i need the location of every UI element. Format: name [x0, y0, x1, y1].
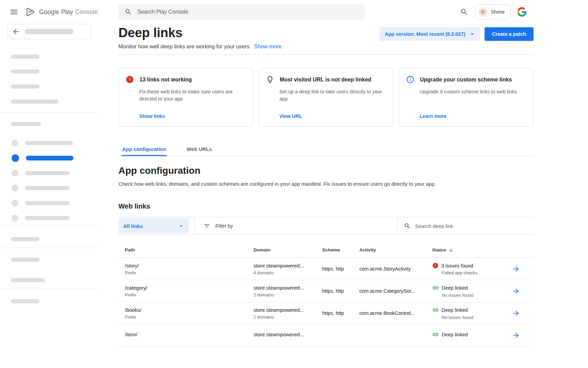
path-value: /story/	[125, 263, 254, 269]
card-upgrade-scheme-links: Upgrade your custom scheme links Upgrade…	[399, 68, 534, 127]
filter-by-button[interactable]: Filter by	[203, 223, 233, 229]
info-icon	[406, 75, 414, 84]
google-account-button[interactable]	[517, 7, 527, 17]
skeleton-bar	[11, 122, 41, 126]
sidebar-item	[0, 211, 99, 226]
table-row[interactable]: /story/ Prefix store.steampowered... 4 d…	[118, 258, 534, 280]
column-status-sort[interactable]: Status	[432, 247, 504, 253]
status-cell: Deep linked	[432, 331, 504, 339]
console-search[interactable]	[118, 4, 365, 20]
status-detail: No issues found	[442, 315, 504, 320]
deep-link-search[interactable]	[397, 217, 534, 234]
shrine-app-icon	[478, 7, 488, 17]
card-title: Most visited URL is not deep linked	[280, 77, 371, 83]
table-header: Path Domain Scheme Activity Status	[118, 242, 534, 258]
domain-value: store.steampowered...	[254, 332, 322, 337]
toolbar-divider	[194, 217, 195, 234]
search-icon	[460, 8, 468, 16]
error-icon	[432, 262, 439, 269]
card-body: Upgrade 9 custom scheme links to web lin…	[420, 88, 526, 95]
column-domain: Domain	[254, 247, 322, 252]
status-cell: 3 issues found Failed app checks	[432, 262, 504, 275]
skeleton-circle	[12, 140, 18, 147]
activity-cell: com.acme.BookControl...	[359, 310, 432, 316]
global-search-button[interactable]	[460, 8, 468, 16]
section-title: App configuration	[118, 165, 534, 176]
sidebar-nav-group-5	[0, 299, 99, 303]
console-search-input[interactable]	[137, 9, 359, 15]
sidebar-nav-group-4	[0, 258, 99, 282]
path-type: Prefix	[125, 292, 254, 297]
domain-cell: store.steampowered... 2 domains	[254, 307, 322, 320]
row-detail-button[interactable]	[512, 332, 520, 339]
sidebar-item-active[interactable]	[0, 151, 99, 166]
arrow-forward-icon	[512, 332, 520, 339]
current-app-chip[interactable]: Shrine	[475, 4, 510, 19]
row-detail-button[interactable]	[512, 309, 520, 317]
sidebar-item	[0, 136, 99, 151]
view-url-link[interactable]: View URL	[279, 113, 386, 119]
tab-app-configuration[interactable]: App configuration	[121, 141, 167, 156]
skeleton-circle	[12, 154, 19, 162]
menu-button[interactable]	[10, 7, 18, 16]
skeleton-circle	[12, 185, 18, 191]
table-row[interactable]: /category/ Prefix store.steampowered... …	[118, 280, 534, 302]
chevron-down-icon	[469, 30, 476, 38]
skeleton-bar	[25, 171, 69, 175]
column-status-label: Status	[432, 247, 446, 252]
create-patch-button[interactable]: Create a patch	[485, 27, 534, 41]
table-row[interactable]: /item/ store.steampowered... Deep linked	[118, 324, 534, 347]
tab-web-urls[interactable]: Web URLs	[186, 141, 213, 156]
app-selector[interactable]	[7, 24, 91, 39]
skeleton-bar	[11, 278, 45, 282]
sort-descending-icon	[448, 247, 454, 253]
skeleton-bar	[25, 29, 74, 34]
domain-cell: store.steampowered... 2 domains	[254, 285, 322, 297]
web-links-toolbar: All links Filter by	[118, 217, 534, 235]
table-row[interactable]: /books/ Prefix store.steampowered... 2 d…	[118, 302, 534, 324]
sidebar-item	[0, 181, 99, 196]
scheme-cell: https, http	[322, 288, 359, 294]
show-links-link[interactable]: Show links	[139, 113, 246, 119]
row-detail-button[interactable]	[512, 265, 520, 273]
page-title: Deep links	[118, 25, 281, 41]
domain-value: store.steampowered...	[254, 307, 322, 313]
status-label: Deep linked	[442, 332, 468, 337]
tab-bar: App configuration Web URLs	[118, 141, 534, 156]
skeleton-circle	[12, 200, 18, 206]
sidebar-divider	[0, 226, 99, 226]
page-header-actions: App version: Most recent (8.2.027) Creat…	[379, 27, 534, 41]
skeleton-bar	[25, 186, 69, 190]
card-body: Set up a deep link to take users directl…	[279, 88, 386, 103]
row-detail-button[interactable]	[512, 287, 520, 295]
card-header: 13 links not working	[126, 75, 246, 84]
card-most-visited-url: Most visited URL is not deep linked Set …	[259, 68, 393, 127]
brand-console: Console	[75, 9, 98, 15]
google-logo-icon	[517, 7, 527, 17]
skeleton-bar	[11, 70, 39, 74]
links-filter-dropdown[interactable]: All links	[118, 218, 189, 233]
path-cell: /books/ Prefix	[125, 307, 254, 320]
page-subtitle-row: Monitor how well deep links are working …	[118, 44, 281, 50]
play-console-logo: Google Play Console	[25, 6, 98, 17]
learn-more-link[interactable]: Learn more	[420, 113, 526, 119]
skeleton-bar	[11, 237, 39, 241]
current-app-name: Shrine	[491, 9, 505, 15]
status-label: Deep linked	[442, 285, 468, 291]
sidebar: Google Play Console	[0, 0, 99, 368]
link-icon	[432, 307, 439, 313]
sidebar-nav-group-3	[0, 237, 99, 241]
error-icon	[126, 75, 134, 84]
deep-link-search-input[interactable]	[415, 223, 527, 229]
brand-google-play: Google Play	[39, 9, 73, 15]
sidebar-nav-group-2	[0, 122, 99, 126]
skeleton-circle	[12, 170, 18, 177]
app-version-selector[interactable]: App version: Most recent (8.2.027)	[379, 27, 480, 41]
page-header-left: Deep links Monitor how well deep links a…	[118, 25, 281, 50]
skeleton-bar	[11, 99, 59, 104]
show-more-link[interactable]: Show more	[254, 44, 282, 50]
path-type: Prefix	[125, 315, 254, 320]
page-header: Deep links Monitor how well deep links a…	[118, 25, 534, 50]
status-detail: Failed app checks	[442, 270, 504, 275]
path-value: /item/	[125, 332, 254, 337]
